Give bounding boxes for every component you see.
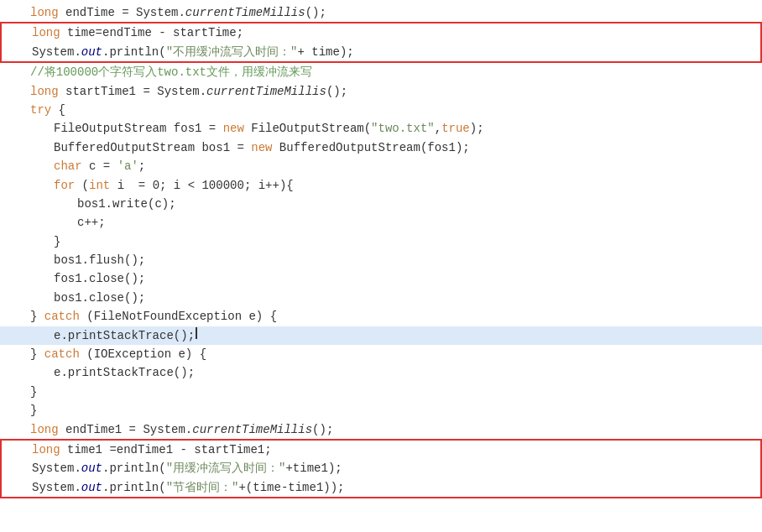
code-token: .println(	[102, 43, 166, 61]
code-line: } catch (FileNotFoundException e) {	[0, 307, 762, 326]
code-token: }	[30, 345, 44, 363]
code-token: true	[441, 119, 470, 138]
code-token: ,	[435, 119, 441, 138]
code-line: long endTime = System.currentTimeMillis(…	[0, 3, 762, 22]
code-token: currentTimeMillis	[185, 3, 305, 22]
code-token: }	[54, 232, 60, 251]
code-line: //将100000个字符写入two.txt文件，用缓冲流来写	[0, 63, 762, 81]
code-token: //将100000个字符写入two.txt文件，用缓冲流来写	[30, 63, 312, 81]
code-token: ;	[138, 157, 145, 175]
code-line: e.printStackTrace();	[0, 326, 762, 345]
code-line: fos1.close();	[0, 269, 762, 288]
code-token: long	[32, 441, 60, 459]
code-token: endTime1 = System.	[59, 420, 193, 439]
code-line: BufferedOutputStream bos1 = new Buffered…	[0, 138, 762, 157]
code-token: out	[81, 459, 102, 477]
code-token: currentTimeMillis	[192, 420, 312, 439]
code-token: bos1.write(c);	[77, 195, 176, 213]
code-line: c++;	[0, 213, 762, 232]
code-token: fos1.close();	[54, 269, 145, 288]
code-line: FileOutputStream fos1 = new FileOutputSt…	[0, 119, 762, 138]
code-token: long	[32, 23, 60, 42]
code-line: }	[0, 232, 762, 251]
code-token: long	[30, 420, 59, 439]
code-token: }	[30, 401, 37, 420]
code-token: "two.txt"	[371, 119, 435, 138]
code-token: try	[30, 101, 51, 119]
code-token: BufferedOutputStream bos1 =	[54, 138, 251, 157]
code-token: bos1.close();	[54, 289, 145, 307]
code-token: ();	[305, 3, 326, 22]
code-token: currentTimeMillis	[206, 82, 326, 101]
code-token: );	[470, 119, 484, 138]
code-token: ();	[312, 420, 333, 439]
code-line: }	[0, 401, 762, 420]
code-token: }	[30, 307, 44, 326]
code-token: "节省时间："	[166, 478, 239, 497]
code-token: out	[81, 43, 102, 61]
code-line: bos1.flush();	[0, 251, 762, 269]
code-token: e.printStackTrace();	[54, 363, 195, 382]
code-token: }	[30, 383, 37, 401]
code-token: System.	[32, 43, 81, 61]
code-token: for	[54, 176, 75, 195]
code-line: long time=endTime - startTime;	[0, 22, 762, 42]
code-token: +(time-time1));	[238, 478, 344, 497]
code-token: startTime1 = System.	[59, 82, 206, 101]
code-token: catch	[44, 345, 80, 363]
code-token: new	[251, 138, 272, 157]
code-token: e.printStackTrace();	[54, 326, 195, 345]
code-line: System.out.println("不用缓冲流写入时间："+ time);	[0, 43, 762, 63]
code-line: for (int i = 0; i < 100000; i++){	[0, 176, 762, 195]
code-token: BufferedOutputStream(fos1);	[272, 138, 469, 157]
code-token: (	[75, 176, 89, 195]
code-token: +time1);	[285, 459, 342, 477]
code-token: .println(	[102, 459, 166, 477]
code-token: FileOutputStream fos1 =	[54, 119, 223, 138]
code-token: i = 0; i < 100000; i++){	[110, 176, 293, 195]
code-token: time1 =endTime1 - startTime1;	[60, 441, 272, 459]
code-token: "用缓冲流写入时间："	[166, 459, 286, 477]
code-token: long	[30, 82, 59, 101]
code-line: long time1 =endTime1 - startTime1;	[0, 439, 762, 459]
code-token: ();	[326, 82, 347, 101]
code-line: char c = 'a';	[0, 157, 762, 175]
code-token: bos1.flush();	[54, 251, 145, 269]
text-cursor	[196, 327, 197, 339]
code-token: out	[81, 478, 102, 497]
code-token: + time);	[297, 43, 353, 61]
code-token: int	[89, 176, 110, 195]
code-line: long startTime1 = System.currentTimeMill…	[0, 82, 762, 101]
code-token: {	[51, 101, 65, 119]
code-token: endTime = System.	[59, 3, 185, 22]
code-token: new	[223, 119, 244, 138]
code-line: bos1.close();	[0, 289, 762, 307]
code-token: c =	[82, 157, 117, 175]
code-token: (IOException e) {	[80, 345, 206, 363]
code-token: char	[54, 157, 82, 175]
code-token: time=endTime - startTime;	[60, 23, 243, 42]
code-line: System.out.println("用缓冲流写入时间："+time1);	[0, 459, 762, 477]
code-line: long endTime1 = System.currentTimeMillis…	[0, 420, 762, 439]
code-line: System.out.println("节省时间："+(time-time1))…	[0, 478, 762, 498]
code-token: "不用缓冲流写入时间："	[166, 43, 298, 61]
code-token: 'a'	[117, 157, 138, 175]
code-line: bos1.write(c);	[0, 195, 762, 213]
code-token: catch	[44, 307, 80, 326]
code-token: FileOutputStream(	[244, 119, 371, 138]
code-line: try {	[0, 101, 762, 119]
code-line: e.printStackTrace();	[0, 363, 762, 382]
code-token: System.	[32, 459, 81, 477]
code-line: } catch (IOException e) {	[0, 345, 762, 363]
code-token: .println(	[102, 478, 166, 497]
code-token: long	[30, 3, 59, 22]
code-line: }	[0, 383, 762, 401]
code-token: System.	[32, 478, 81, 497]
code-editor: long endTime = System.currentTimeMillis(…	[0, 0, 762, 532]
code-token: c++;	[77, 213, 106, 232]
code-token: (FileNotFoundException e) {	[80, 307, 277, 326]
